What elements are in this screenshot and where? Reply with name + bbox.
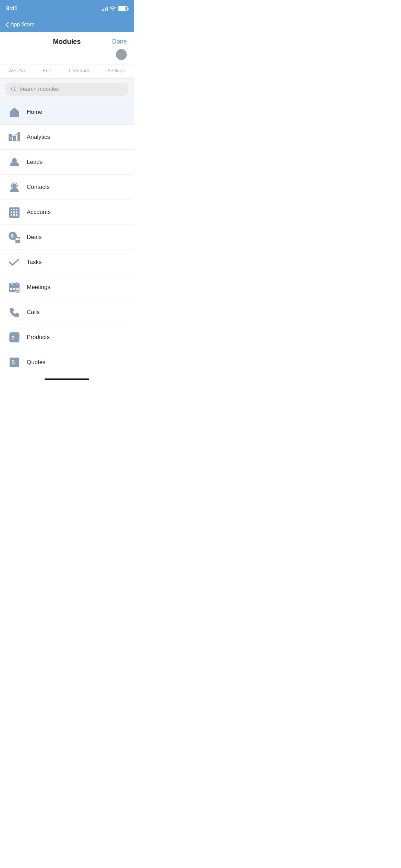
svg-rect-29 [12,282,13,285]
svg-rect-25 [16,239,20,240]
user-avatar [116,49,127,60]
svg-rect-17 [16,212,17,213]
module-item-analytics[interactable]: Analytics [0,125,134,150]
svg-rect-35 [10,333,19,342]
module-label-analytics: Analytics [27,134,50,141]
module-item-accounts[interactable]: Accounts [0,200,134,225]
products-icon: z [7,330,22,345]
module-item-quotes[interactable]: $ Quotes [0,350,134,375]
svg-text:z: z [12,335,14,340]
done-button[interactable]: Done [112,38,127,45]
page-title: Modules [53,38,81,46]
title-bar: Modules Done [0,32,134,49]
status-time: 9:41 [6,5,17,12]
tasks-icon [7,255,22,270]
svg-rect-18 [11,214,12,216]
svg-rect-31 [10,288,12,290]
toolbar-ask-zia[interactable]: Ask Zia [5,67,28,75]
home-bar [0,375,134,383]
svg-rect-28 [9,283,20,287]
toolbar-settings[interactable]: Settings [104,67,128,75]
search-box[interactable]: Search modules [5,83,128,96]
nav-bar: App Store [0,17,134,32]
signal-icon [101,6,108,11]
svg-rect-13 [13,209,15,210]
svg-rect-14 [16,209,17,210]
module-label-quotes: Quotes [27,359,46,366]
leads-icon [7,155,22,170]
svg-rect-2 [13,114,16,117]
svg-rect-24 [16,238,20,239]
search-placeholder: Search modules [19,86,59,92]
back-label: App Store [10,22,35,28]
module-label-products: Products [27,334,50,341]
svg-rect-15 [11,212,12,213]
svg-text:$: $ [11,233,14,239]
module-label-leads: Leads [27,159,42,166]
module-item-products[interactable]: z Products [0,325,134,350]
meetings-icon [7,280,22,295]
toolbar-feedback[interactable]: Feedback [65,67,93,75]
svg-rect-4 [13,136,16,141]
quotes-icon: $ [7,355,22,370]
svg-rect-26 [16,241,18,241]
calls-icon [7,305,22,320]
toolbar: Ask Zia Edit Feedback Settings [0,64,134,79]
module-item-home[interactable]: Home [0,100,134,125]
module-label-meetings: Meetings [27,284,50,291]
module-list: Home Analytics Leads [0,100,134,375]
status-icons [101,6,127,11]
home-icon [7,105,22,120]
deals-icon: $ [7,230,22,245]
module-label-tasks: Tasks [27,259,41,266]
module-item-calls[interactable]: Calls [0,300,134,325]
analytics-icon [7,130,22,145]
module-item-meetings[interactable]: Meetings [0,275,134,300]
svg-point-9 [12,184,16,188]
search-icon [11,86,16,92]
search-container: Search modules [0,79,134,100]
svg-rect-6 [9,141,20,141]
svg-rect-12 [11,209,12,210]
svg-rect-30 [16,282,17,285]
module-item-deals[interactable]: $ Deals [0,225,134,250]
svg-rect-16 [13,212,15,213]
svg-line-1 [15,90,16,92]
svg-text:$: $ [12,360,15,365]
module-label-calls: Calls [27,309,40,316]
module-label-home: Home [27,109,42,116]
status-bar: 9:41 [0,0,134,17]
module-item-tasks[interactable]: Tasks [0,250,134,275]
toolbar-edit[interactable]: Edit [39,67,54,75]
svg-rect-19 [13,214,15,216]
battery-icon [118,6,127,11]
contacts-icon [7,180,22,195]
settings-row [0,49,134,64]
home-indicator [45,378,89,380]
svg-rect-20 [16,214,17,216]
svg-rect-32 [13,288,15,290]
module-label-contacts: Contacts [27,184,50,191]
wifi-icon [110,6,116,11]
back-button[interactable]: App Store [5,22,35,28]
module-item-leads[interactable]: Leads [0,150,134,175]
module-label-accounts: Accounts [27,209,51,216]
module-label-deals: Deals [27,234,41,241]
module-item-contacts[interactable]: Contacts [0,175,134,200]
accounts-icon [7,205,22,220]
